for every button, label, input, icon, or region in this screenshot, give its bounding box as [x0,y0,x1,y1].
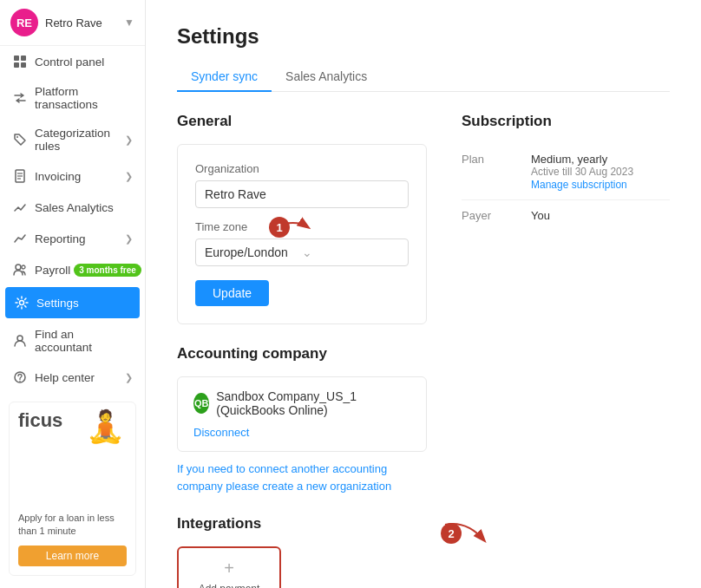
exchange-icon [12,90,28,106]
sidebar-item-invoicing[interactable]: Invoicing ❯ [0,160,145,192]
step-1-circle: 1 [269,217,290,238]
svg-rect-1 [21,56,26,61]
plan-label: Plan [462,153,531,191]
learn-more-button[interactable]: Learn more [18,546,127,566]
chart-icon [12,199,28,215]
sidebar-item-label: Control panel [35,56,133,69]
timezone-select[interactable]: Europe/London ⌄ [195,238,409,266]
sidebar-item-help-center[interactable]: Help center ❯ [0,362,145,393]
accounting-box: QB Sandbox Company_US_1 (QuickBooks Onli… [177,376,427,452]
sidebar-item-control-panel[interactable]: Control panel [0,46,145,77]
integrations-section: Integrations + Add payment platform [177,515,427,588]
org-input[interactable] [195,180,409,208]
promo-card: ficus 🧘 Apply for a loan in less than 1 … [9,402,136,576]
sidebar-item-label: Categorization rules [35,127,125,153]
trending-icon [12,231,28,246]
svg-rect-3 [21,62,26,68]
tab-synder-sync[interactable]: Synder sync [177,62,272,92]
sidebar-item-settings[interactable]: Settings [5,287,140,318]
sidebar-item-payroll[interactable]: Payroll 3 months free [0,254,145,285]
sidebar: RE Retro Rave ▼ Control panel Platform t… [0,0,146,588]
timezone-value: Europe/London [205,245,302,259]
receipt-icon [12,168,28,184]
content-row: General Organization Time zone Europe/Lo… [177,113,670,588]
svg-rect-0 [14,56,19,61]
plan-value: Medium, yearly Active till 30 Aug 2023 M… [531,153,670,191]
page-title: Settings [177,24,670,49]
payroll-badge: 3 months free [74,264,141,277]
quickbooks-icon: QB [193,393,209,414]
company-name: Sandbox Company_US_1 (QuickBooks Online) [216,389,410,417]
avatar: RE [10,9,38,36]
tab-sales-analytics[interactable]: Sales Analytics [272,62,381,92]
update-button[interactable]: Update [195,280,269,306]
chevron-down-icon: ▼ [124,16,134,29]
chevron-down-icon: ⌄ [302,245,399,259]
plan-name: Medium, yearly [531,153,670,166]
accounting-title: Accounting company [177,345,427,363]
main-content: Settings Synder sync Sales Analytics Gen… [146,0,701,588]
help-icon [12,369,28,385]
sidebar-item-find-accountant[interactable]: Find an accountant [0,320,145,362]
subscription-plan-row: Plan Medium, yearly Active till 30 Aug 2… [462,144,670,200]
payer-value: You [531,209,670,222]
main-wrapper: 1 2 Settings Synder sync Sales Analytics… [146,0,701,588]
sidebar-item-label: Sales Analytics [35,201,133,214]
promo-text: Apply for a loan in less than 1 minute [18,512,127,539]
general-title: General [177,113,427,130]
sidebar-item-label: Invoicing [35,170,125,183]
disconnect-link[interactable]: Disconnect [193,426,249,439]
subscription-title: Subscription [462,113,670,130]
svg-point-11 [20,301,24,305]
chevron-right-icon: ❯ [125,233,133,245]
chevron-right-icon: ❯ [125,134,133,146]
gear-icon [14,295,29,310]
sidebar-item-label: Payroll [35,264,70,277]
subscription-payer-row: Payer You [462,200,670,231]
content-right: Subscription Plan Medium, yearly Active … [462,113,670,588]
sidebar-item-label: Settings [36,297,131,310]
plan-date: Active till 30 Aug 2023 [531,166,670,178]
sidebar-item-label: Reporting [35,232,125,245]
plus-icon: + [224,559,234,577]
accounting-company-row: QB Sandbox Company_US_1 (QuickBooks Onli… [193,389,410,417]
svg-point-4 [16,136,18,138]
content-left: General Organization Time zone Europe/Lo… [177,113,427,588]
accounting-section: Accounting company QB Sandbox Company_US… [177,345,427,494]
tabs-bar: Synder sync Sales Analytics [177,62,670,92]
promo-illustration: 🧘 [86,411,125,442]
sidebar-item-label: Help center [35,371,125,384]
svg-point-10 [22,265,25,269]
sidebar-item-reporting[interactable]: Reporting ❯ [0,223,145,254]
chevron-right-icon: ❯ [125,372,133,383]
svg-point-12 [17,336,23,341]
add-payment-platform-button[interactable]: + Add payment platform [177,546,281,588]
integrations-title: Integrations [177,515,427,532]
users-icon [12,262,28,278]
add-platform-label: Add payment platform [179,582,279,588]
svg-rect-2 [14,62,19,68]
grid-icon [12,54,28,69]
svg-point-14 [19,381,20,382]
sidebar-item-label: Platform transactions [35,85,133,111]
manage-subscription-link[interactable]: Manage subscription [531,179,627,191]
company-name: Retro Rave [45,16,124,29]
company-header[interactable]: RE Retro Rave ▼ [0,0,145,46]
tag-icon [12,132,28,147]
sidebar-item-label: Find an accountant [35,328,133,354]
annotation-2: 2 [441,516,493,551]
person-icon [12,333,28,349]
sidebar-item-sales-analytics[interactable]: Sales Analytics [0,192,145,223]
sidebar-item-categorization-rules[interactable]: Categorization rules ❯ [0,119,145,160]
subscription-section: Plan Medium, yearly Active till 30 Aug 2… [462,144,670,231]
annotation-1: 1 [269,214,312,240]
step-2-circle: 2 [441,523,462,544]
sidebar-item-platform-transactions[interactable]: Platform transactions [0,77,145,119]
svg-point-9 [16,265,21,270]
payer-label: Payer [462,209,531,222]
org-label: Organization [195,162,409,175]
accounting-info-text: If you need to connect another accountin… [177,461,427,494]
chevron-right-icon: ❯ [125,171,133,182]
